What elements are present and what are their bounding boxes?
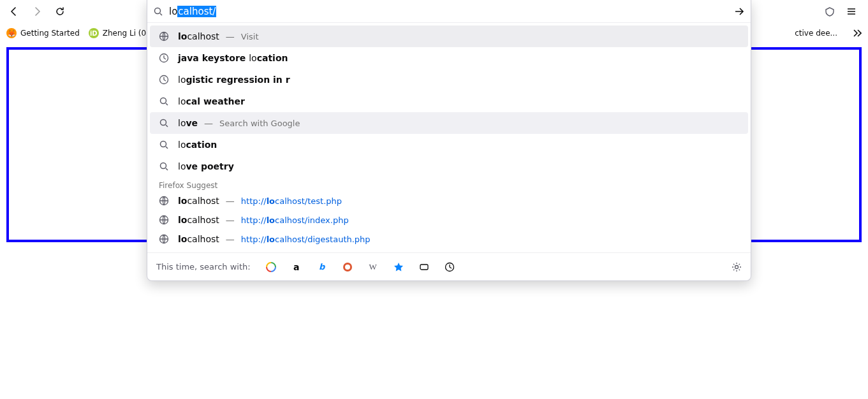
wikipedia-icon[interactable]: W — [368, 262, 378, 272]
suggestion-title: location — [178, 140, 217, 150]
svg-point-7 — [161, 163, 166, 169]
go-button[interactable] — [734, 6, 744, 17]
urlbar-autocomplete: calhost/ — [177, 6, 216, 17]
svg-point-19 — [735, 265, 739, 268]
suggestion-search[interactable]: local weather — [150, 91, 748, 112]
svg-point-4 — [161, 98, 166, 104]
suggestion-title: java keystore location — [178, 53, 288, 63]
suggestion-action: Search with Google — [219, 119, 300, 128]
firefox-icon: 🦊 — [6, 28, 17, 38]
suggestion-firefox-suggest[interactable]: localhost — http://localhost/test.php — [150, 191, 748, 210]
suggestion-search[interactable]: love poetry — [150, 156, 748, 177]
clock-icon — [159, 53, 169, 63]
search-icon — [159, 161, 169, 171]
dash: — — [226, 234, 235, 244]
urlbar-search-oneoffs: This time, search with: a b W — [147, 252, 751, 280]
urlbar-typed: lo — [169, 6, 177, 17]
suggestion-title: love poetry — [178, 161, 234, 171]
suggestion-title: localhost — [178, 196, 219, 206]
suggestion-search[interactable]: location — [150, 134, 748, 156]
urlbar-expanded[interactable]: localhost/ — [147, 0, 751, 23]
back-button[interactable] — [5, 3, 23, 20]
suggestion-url: http://localhost/index.php — [241, 215, 349, 225]
search-icon — [154, 7, 163, 16]
urlbar-results-panel: localhost/ localhost — Visit java keysto… — [147, 0, 751, 281]
dash: — — [226, 215, 235, 225]
bookmark-getting-started[interactable]: 🦊 Getting Started — [6, 28, 80, 38]
reader-mode-button[interactable] — [822, 4, 837, 19]
svg-rect-17 — [420, 265, 428, 270]
suggestion-title: local weather — [178, 96, 245, 106]
suggestion-url: http://localhost/test.php — [241, 196, 342, 206]
globe-icon — [159, 234, 169, 244]
dash: — — [204, 118, 213, 128]
search-icon — [159, 118, 169, 128]
globe-icon — [159, 31, 169, 41]
google-icon[interactable] — [266, 262, 276, 272]
suggestion-url: http://localhost/digestauth.php — [241, 235, 371, 244]
search-settings-button[interactable] — [732, 262, 742, 272]
suggestion-title: logistic regression in r — [178, 75, 290, 85]
svg-point-16 — [345, 265, 350, 270]
svg-point-5 — [161, 120, 166, 126]
svg-point-0 — [155, 8, 161, 13]
history-icon[interactable] — [445, 262, 455, 272]
suggestion-firefox-suggest[interactable]: localhost — http://localhost/digestauth.… — [150, 229, 748, 249]
suggestion-history[interactable]: logistic regression in r — [150, 69, 748, 91]
bookmark-label: Getting Started — [20, 29, 80, 38]
urlbar-text: localhost/ — [169, 6, 734, 17]
clock-icon — [159, 75, 169, 85]
bookmarks-overflow-button[interactable] — [853, 29, 862, 38]
amazon-icon[interactable]: a — [291, 262, 302, 272]
dash: — — [226, 31, 235, 41]
bing-icon[interactable]: b — [317, 262, 327, 272]
bookmarks-icon[interactable] — [394, 262, 404, 272]
suggestion-title: localhost — [178, 234, 219, 244]
orcid-icon: iD — [89, 28, 99, 38]
tabs-icon[interactable] — [419, 262, 429, 272]
suggestion-action: Visit — [241, 32, 259, 41]
duckduckgo-icon[interactable] — [342, 262, 353, 272]
reload-button[interactable] — [51, 3, 69, 20]
app-menu-button[interactable] — [844, 4, 859, 19]
suggestion-history[interactable]: java keystore location — [150, 47, 748, 69]
suggestion-title: localhost — [178, 31, 219, 41]
suggestion-visit[interactable]: localhost — Visit — [150, 25, 748, 47]
suggestion-list: localhost — Visit java keystore location… — [147, 23, 751, 252]
forward-button[interactable] — [28, 3, 46, 20]
suggestion-title: love — [178, 118, 198, 128]
suggestion-title: localhost — [178, 215, 219, 225]
suggestion-firefox-suggest[interactable]: localhost — http://localhost/index.php — [150, 210, 748, 229]
oneoffs-label: This time, search with: — [156, 262, 251, 272]
suggestion-search[interactable]: love — Search with Google — [150, 112, 748, 134]
bookmark-peek-right[interactable]: ctive dee... — [795, 29, 837, 38]
search-icon — [159, 140, 169, 150]
firefox-suggest-label: Firefox Suggest — [150, 177, 748, 191]
dash: — — [226, 196, 235, 206]
globe-icon — [159, 215, 169, 225]
search-icon — [159, 96, 169, 106]
svg-point-6 — [161, 141, 166, 147]
globe-icon — [159, 196, 169, 206]
